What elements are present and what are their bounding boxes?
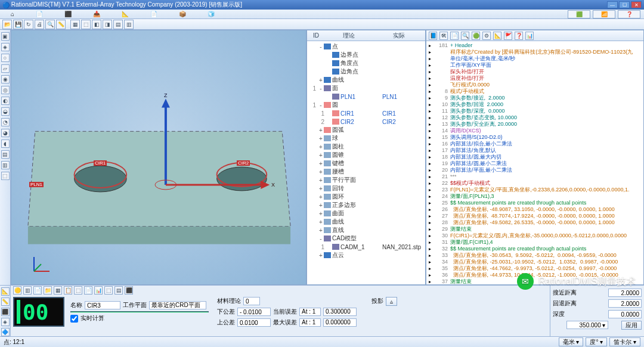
bottom-tool-1[interactable]: ▥ [23, 286, 32, 295]
speed-input[interactable] [566, 321, 608, 329]
tree-node[interactable]: +回转 [308, 184, 424, 193]
tree-node[interactable]: +平行平面 [308, 176, 424, 184]
code-line[interactable]: ▸探头补偿/打开 [429, 69, 641, 75]
code-line[interactable]: ▸32$$ Measurement points are created thr… [429, 246, 641, 252]
toolbar-btn-0-4[interactable]: 🔍 [45, 20, 55, 29]
dock-tab-4[interactable]: 🔷 [1, 328, 10, 336]
upper-tol-input[interactable] [237, 318, 271, 327]
bottom-tool-0[interactable]: 🟡 [13, 286, 21, 295]
bottom-tool-6[interactable]: ⬚ [74, 286, 82, 295]
code-line[interactable]: ▸26 测点/直角坐标, -48.9087, 33.1050, -0.0000,… [429, 206, 641, 213]
dock-tab-0[interactable]: 📐 [1, 287, 10, 296]
code-tool-4[interactable]: 🟢 [472, 32, 480, 40]
code-line[interactable]: ▸15测头调用/S(120-D2.0) [429, 134, 641, 141]
code-tool-8[interactable]: ❓ [515, 32, 523, 40]
toolbar-btn-1-5[interactable]: ▥ [124, 20, 134, 29]
maximize-button[interactable]: ☐ [619, 1, 630, 8]
menu-item-1[interactable]: 📄 [25, 11, 54, 17]
toolbar-btn-1-0[interactable]: ▦ [70, 20, 80, 29]
retract-input[interactable] [608, 299, 642, 308]
code-line[interactable]: ▸21*** [429, 174, 641, 180]
code-line[interactable]: ▸37测量结束 [429, 278, 641, 284]
name-input[interactable] [85, 301, 120, 309]
menu-item-2[interactable]: ⬛ [54, 11, 82, 17]
code-line[interactable]: ▸30F(CIR1)=元素定义/圆,内,直角坐标,-35.0000,0.0000… [429, 233, 641, 239]
gutter-tool-5[interactable]: ◎ [1, 86, 10, 94]
tree-node[interactable]: 1 CADM_1NAN_2021.stp [308, 243, 424, 251]
toolbar-btn-0-1[interactable]: 💾 [13, 20, 23, 29]
code-line[interactable]: ▸22$$模式/手动模式 [429, 180, 641, 187]
toolbar-btn-1-4[interactable]: ▤ [113, 20, 123, 29]
gutter-tool-7[interactable]: ◒ [1, 107, 10, 116]
code-tool-3[interactable]: 🔍 [461, 32, 469, 40]
approach-input[interactable] [608, 289, 642, 297]
code-tool-1[interactable]: 🛠 [439, 32, 448, 40]
tree-node[interactable]: 1-面 [308, 84, 424, 92]
unit-mm-select[interactable]: 毫米 ▾ [559, 337, 584, 346]
tree-node[interactable]: +腰槽 [308, 168, 424, 176]
bottom-tool-5[interactable]: 📋 [64, 286, 72, 295]
bottom-tool-9[interactable]: ⬚ [104, 286, 113, 295]
tree-node[interactable]: -CAD模型 [308, 234, 424, 243]
gutter-tool-0[interactable]: ▣ [1, 32, 10, 41]
tree-node[interactable]: 2 CIR2CIR2 [308, 117, 424, 126]
lower-tol-input[interactable] [237, 308, 271, 316]
code-line[interactable]: ▸29测量结束 [429, 226, 641, 233]
code-tool-9[interactable]: 📊 [525, 32, 534, 40]
gutter-tool-2[interactable]: ○ [1, 54, 10, 62]
tree-node[interactable]: 1-圆 [308, 101, 424, 109]
bottom-tool-8[interactable]: 📊 [94, 286, 103, 295]
tree-node[interactable]: +正多边形 [308, 201, 424, 209]
tree-node[interactable]: +曲面 [308, 209, 424, 218]
gutter-tool-11[interactable]: ▤ [1, 150, 10, 159]
code-line[interactable]: ▸14调用/D(XCS) [429, 128, 641, 134]
code-line[interactable]: ▸13测头参数/安全距离, 20.0000 [429, 121, 641, 128]
tree-node[interactable]: +键槽 [308, 159, 424, 168]
code-line[interactable]: ▸24测量/面,F(PLN1),3 [429, 193, 641, 200]
menu-tool-2[interactable]: 📶 [593, 10, 615, 18]
toolbar-btn-1-2[interactable]: ◧ [92, 20, 101, 29]
code-line[interactable]: ▸33 测点/直角坐标, -30.0543, 9.5092, -5.0212, … [429, 252, 641, 259]
feature-tree[interactable]: -点 边界点 角度点 边角点+曲线1-面 PLN1PLN11-圆1 CIR1CI… [307, 41, 425, 284]
dock-tab-2[interactable]: ⬛ [1, 308, 10, 316]
tree-node[interactable]: 边界点 [308, 51, 424, 59]
close-button[interactable]: ✕ [631, 1, 642, 8]
code-line[interactable]: ▸25$$ Measurement points are created thr… [429, 200, 641, 206]
tree-node[interactable]: +曲线 [308, 218, 424, 226]
bottom-tool-3[interactable]: 📁 [44, 286, 52, 295]
tree-node[interactable]: 边角点 [308, 67, 424, 76]
tree-node[interactable]: +曲线 [308, 76, 424, 84]
code-line[interactable]: ▸单位/毫米,十进角度,毫米/秒 [429, 55, 641, 62]
toolbar-btn-1-3[interactable]: ◨ [103, 20, 112, 29]
bottom-tool-7[interactable]: 📄 [84, 286, 92, 295]
code-line[interactable]: ▸35 测点/直角坐标, -44.7662, -9.9973, -5.0212,… [429, 265, 641, 272]
code-line[interactable]: ▸工作平面/XY平面 [429, 62, 641, 69]
code-line[interactable]: ▸温度补偿/打开 [429, 75, 641, 82]
tree-node[interactable]: +圆弧 [308, 126, 424, 134]
minimize-button[interactable]: — [607, 1, 618, 8]
workplane-select[interactable] [149, 301, 206, 309]
code-tool-5[interactable]: ⚙ [482, 32, 491, 40]
toolbar-btn-0-5[interactable]: 📏 [56, 20, 66, 29]
bottom-tool-11[interactable]: ⬛ [125, 286, 133, 295]
tree-node[interactable]: +圆锥 [308, 151, 424, 159]
tree-node[interactable]: PLN1PLN1 [308, 92, 424, 101]
gutter-tool-10[interactable]: ◖ [1, 140, 10, 148]
3d-view[interactable]: CIR1 CIR2 PLN1 Z X [11, 30, 306, 285]
code-view[interactable]: ▸181+ Header▸程序标志/'Created by [爱科腾瑞科技(北京… [426, 41, 643, 284]
menu-item-5[interactable]: 📄 [140, 11, 168, 17]
gutter-tool-8[interactable]: ◔ [1, 118, 10, 126]
code-tool-2[interactable]: 📄 [450, 32, 459, 40]
menu-item-6[interactable]: 📦 [168, 11, 197, 17]
tree-node[interactable]: 1 CIR1CIR1 [308, 109, 424, 117]
code-line[interactable]: ▸20内部算法/平面,最小二乘法 [429, 167, 641, 174]
code-line[interactable]: ▸36 测点/直角坐标, -44.9733, 10.5544, -5.0212,… [429, 272, 641, 278]
gutter-tool-1[interactable]: ◈ [1, 43, 10, 51]
toolbar-btn-1-1[interactable]: ⬚ [81, 20, 91, 29]
depth-input[interactable] [608, 310, 642, 318]
apply-button[interactable]: 应用 [621, 321, 642, 330]
gutter-tool-4[interactable]: ◉ [1, 75, 10, 83]
bottom-tool-4[interactable]: ▦ [54, 286, 62, 295]
menu-item-7[interactable]: 🧊 [197, 11, 225, 17]
tree-node[interactable]: +直线 [308, 226, 424, 234]
